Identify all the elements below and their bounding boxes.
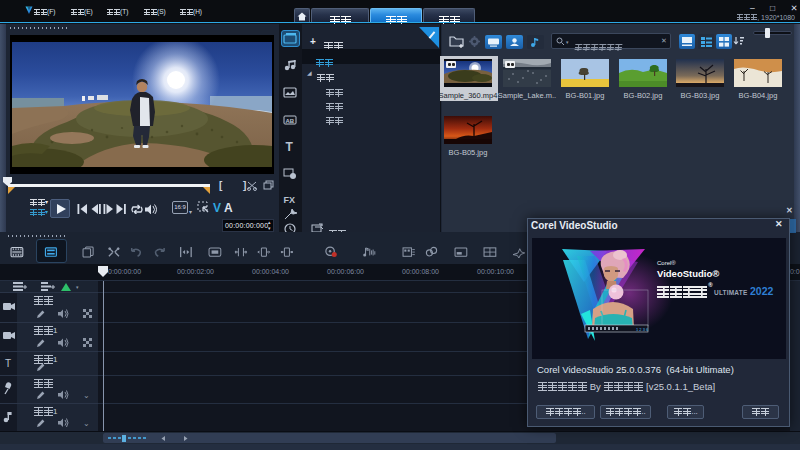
svg-text:AB: AB [285, 118, 294, 124]
svg-text:1 2 3 6: 1 2 3 6 [636, 327, 649, 332]
svg-text:Corel®: Corel® [657, 260, 676, 266]
svg-text:FX: FX [284, 195, 296, 205]
svg-text:T: T [286, 140, 294, 154]
svg-text:T: T [5, 358, 11, 369]
svg-text:VideoStudio®: VideoStudio® [657, 268, 719, 279]
